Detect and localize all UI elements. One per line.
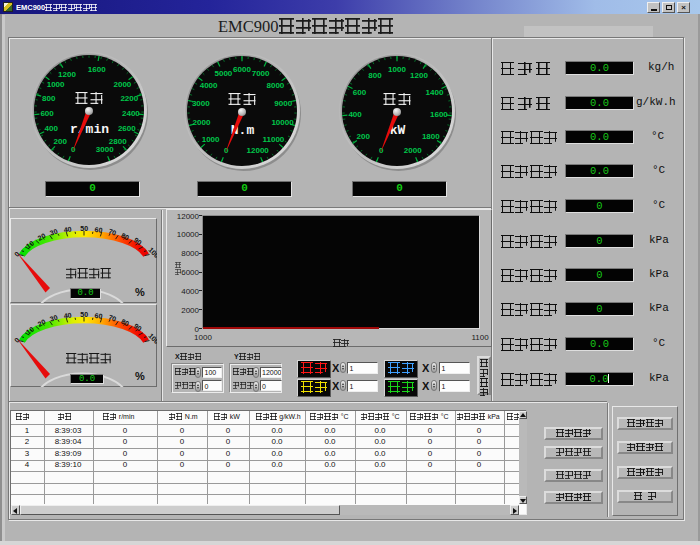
svg-text:1000: 1000: [47, 80, 65, 89]
svg-text:r/min: r/min: [70, 122, 109, 137]
svg-text:200: 200: [54, 137, 68, 146]
svg-text:1200: 1200: [410, 71, 428, 80]
svg-text:8000: 8000: [267, 81, 285, 90]
svg-text:2400: 2400: [122, 109, 140, 118]
svg-text:600: 600: [40, 109, 54, 118]
svg-text:600: 600: [353, 88, 367, 97]
svg-text:1600: 1600: [88, 65, 106, 74]
svg-text:3000: 3000: [96, 145, 114, 154]
svg-text:7000: 7000: [252, 69, 270, 78]
svg-text:5000: 5000: [215, 69, 233, 78]
svg-text:2000: 2000: [404, 146, 422, 155]
svg-text:9000: 9000: [274, 99, 292, 108]
svg-text:2000: 2000: [114, 80, 132, 89]
svg-text:2000: 2000: [193, 118, 211, 127]
svg-text:%: %: [135, 286, 145, 298]
svg-text:800: 800: [368, 71, 382, 80]
svg-text:100: 100: [147, 332, 157, 345]
svg-text:0: 0: [13, 336, 21, 344]
svg-text:60: 60: [94, 226, 103, 234]
svg-text:50: 50: [80, 311, 88, 318]
svg-text:100: 100: [147, 246, 157, 259]
svg-text:%: %: [135, 370, 145, 382]
svg-text:60: 60: [94, 312, 103, 320]
svg-text:400: 400: [348, 110, 362, 119]
svg-text:1800: 1800: [422, 132, 440, 141]
svg-text:2200: 2200: [120, 94, 138, 103]
svg-text:0: 0: [13, 250, 21, 258]
svg-text:1400: 1400: [426, 88, 444, 97]
svg-text:1200: 1200: [58, 70, 76, 79]
svg-text:1000: 1000: [202, 135, 220, 144]
svg-text:400: 400: [45, 124, 59, 133]
svg-text:6000: 6000: [233, 65, 251, 74]
svg-text:1000: 1000: [388, 65, 406, 74]
svg-text:10000: 10000: [271, 118, 294, 127]
svg-text:4000: 4000: [200, 81, 218, 90]
svg-text:40: 40: [63, 225, 72, 233]
svg-text:800: 800: [42, 94, 56, 103]
svg-text:40: 40: [63, 311, 72, 319]
svg-text:50: 50: [80, 225, 88, 232]
svg-text:200: 200: [357, 132, 371, 141]
svg-text:1600: 1600: [430, 110, 448, 119]
svg-text:2600: 2600: [118, 124, 136, 133]
svg-text:12000: 12000: [247, 146, 270, 155]
svg-text:11000: 11000: [262, 135, 284, 144]
svg-text:3000: 3000: [192, 99, 210, 108]
